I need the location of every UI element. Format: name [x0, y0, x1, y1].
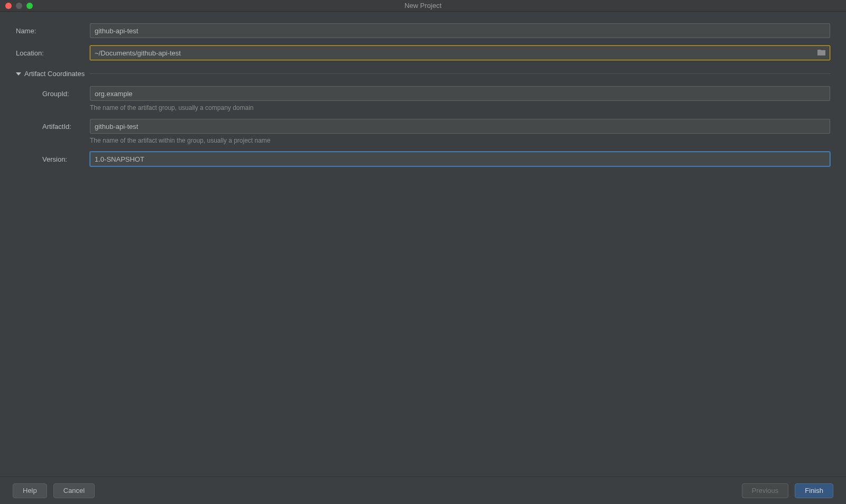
close-icon[interactable]: [5, 3, 12, 9]
version-input[interactable]: [90, 152, 830, 166]
section-header[interactable]: Artifact Coordinates: [16, 70, 830, 78]
location-row: Location:: [16, 45, 830, 60]
name-input[interactable]: [90, 23, 830, 38]
artifact-coordinates-section: Artifact Coordinates GroupId: The name o…: [16, 70, 830, 170]
location-input[interactable]: [90, 45, 830, 60]
section-title: Artifact Coordinates: [24, 70, 85, 78]
window-controls: [0, 3, 33, 9]
name-label: Name:: [16, 27, 90, 35]
artifactid-label: ArtifactId:: [42, 123, 90, 130]
section-divider: [90, 73, 830, 74]
window-title: New Project: [0, 2, 846, 10]
cancel-button[interactable]: Cancel: [53, 483, 95, 498]
titlebar: New Project: [0, 0, 846, 12]
minimize-icon[interactable]: [16, 3, 22, 9]
groupid-row: GroupId:: [42, 86, 830, 101]
help-button[interactable]: Help: [13, 483, 47, 498]
folder-icon[interactable]: [817, 49, 826, 57]
dialog-footer: Help Cancel Previous Finish: [0, 477, 846, 504]
version-label: Version:: [42, 155, 90, 163]
chevron-down-icon: [16, 72, 21, 76]
dialog-content: Name: Location: Artifact Coordinates Gro…: [0, 12, 846, 477]
artifactid-row: ArtifactId:: [42, 119, 830, 134]
groupid-input[interactable]: [90, 86, 830, 101]
artifactid-input[interactable]: [90, 119, 830, 134]
version-row: Version:: [42, 152, 830, 166]
location-label: Location:: [16, 49, 90, 57]
groupid-hint: The name of the artifact group, usually …: [90, 104, 830, 111]
artifactid-hint: The name of the artifact within the grou…: [90, 137, 830, 144]
section-body: GroupId: The name of the artifact group,…: [16, 86, 830, 166]
finish-button[interactable]: Finish: [795, 483, 833, 498]
groupid-label: GroupId:: [42, 90, 90, 98]
maximize-icon[interactable]: [26, 3, 33, 9]
previous-button[interactable]: Previous: [742, 483, 789, 498]
name-row: Name:: [16, 23, 830, 38]
